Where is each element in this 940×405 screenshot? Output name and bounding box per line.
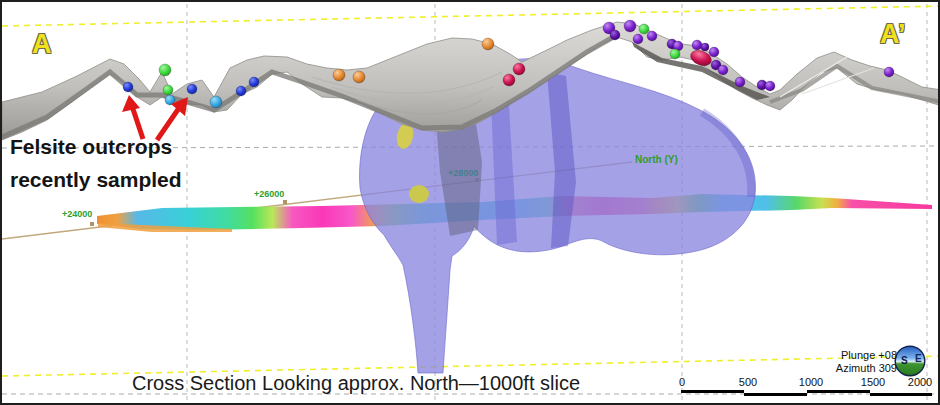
scale-label-0: 0 (679, 376, 685, 388)
axis-label-north: North (Y) (635, 154, 678, 165)
scale-label-500: 500 (739, 376, 757, 388)
drillhole-marker (482, 38, 494, 50)
drillhole-marker (701, 43, 709, 51)
annotation-felsite: Felsite outcrops recently sampled (10, 130, 182, 196)
cross-section-figure: S E A A’ Felsite outcrops recently sampl… (0, 0, 940, 405)
drillhole-marker (633, 34, 643, 44)
axis-tick-24000-dot (90, 222, 94, 226)
drillhole-marker (210, 96, 222, 108)
drillhole-marker (670, 49, 680, 59)
drillhole-marker (624, 20, 636, 32)
drillhole-marker (187, 84, 197, 94)
drillhole-marker (333, 69, 345, 81)
annotation-line2: recently sampled (10, 163, 182, 196)
terrain-surface (2, 22, 940, 140)
scale-label-1500: 1500 (861, 376, 885, 388)
drillhole-marker (610, 30, 620, 40)
scale-segment (681, 390, 744, 393)
drillhole-marker (236, 86, 246, 96)
figure-caption: Cross Section Looking approx. North—1000… (132, 372, 580, 395)
axis-tick-26000-dot (283, 200, 287, 204)
scale-segment (870, 393, 932, 396)
drillhole-marker (647, 31, 657, 41)
axis-tick-28000: +28000 (448, 168, 478, 178)
axis-tick-24000: +24000 (62, 209, 92, 219)
section-label-a-prime: A’ (880, 19, 906, 50)
drillhole-marker (159, 64, 171, 76)
axis-tick-26000: +26000 (254, 189, 284, 199)
drillhole-marker (765, 81, 775, 91)
view-orientation-info: Plunge +08 Azimuth 309 (797, 349, 897, 375)
drillhole-marker (353, 71, 365, 83)
drillhole-marker (513, 63, 525, 75)
drillhole-marker (503, 74, 515, 86)
scale-label-1000: 1000 (799, 376, 823, 388)
drillhole-marker (639, 24, 649, 34)
drillhole-marker (123, 82, 133, 92)
felsite-blob (409, 185, 429, 203)
scale-segment (807, 390, 870, 393)
drillhole-marker (884, 67, 894, 77)
globe-letter-south: S (901, 355, 908, 366)
drillhole-marker (692, 40, 702, 50)
scale-segment (744, 393, 807, 396)
globe-letter-east: E (915, 353, 922, 364)
drillhole-marker (735, 77, 745, 87)
orientation-globe-icon: S E (895, 346, 926, 377)
drillhole-marker (709, 47, 719, 57)
annotation-line1: Felsite outcrops (10, 130, 182, 163)
drillhole-marker (718, 65, 728, 75)
drillhole-marker (249, 77, 259, 87)
drillhole-marker (163, 85, 173, 95)
plunge-readout: Plunge +08 (797, 349, 897, 362)
scale-label-2000: 2000 (908, 376, 932, 388)
scene-canvas: S E (2, 2, 940, 405)
section-label-a: A (32, 29, 52, 60)
azimuth-readout: Azimuth 309 (797, 362, 897, 375)
